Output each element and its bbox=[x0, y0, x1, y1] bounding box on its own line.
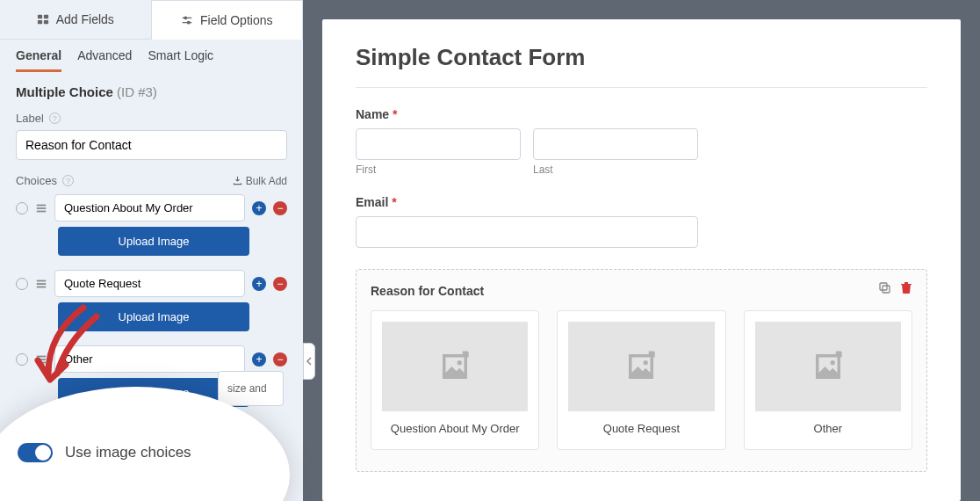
divider bbox=[356, 87, 927, 88]
image-choice-label: Quote Request bbox=[568, 422, 714, 435]
choice-row: + − bbox=[16, 345, 287, 373]
duplicate-icon[interactable] bbox=[877, 280, 891, 294]
trash-icon[interactable] bbox=[900, 280, 912, 294]
svg-rect-18 bbox=[883, 286, 890, 293]
svg-rect-9 bbox=[37, 207, 47, 209]
name-label: Name * bbox=[356, 107, 927, 121]
label-input[interactable] bbox=[16, 130, 287, 160]
label-label: Label bbox=[16, 112, 44, 125]
svg-rect-2 bbox=[38, 20, 42, 24]
sidebar-tabs: Add Fields Field Options bbox=[0, 0, 303, 40]
sub-tab-general[interactable]: General bbox=[16, 48, 61, 72]
svg-rect-10 bbox=[37, 210, 47, 212]
choice-input[interactable] bbox=[54, 270, 245, 297]
image-placeholder-icon bbox=[810, 348, 847, 385]
email-label: Email * bbox=[356, 195, 927, 209]
choice-default-radio[interactable] bbox=[16, 278, 28, 290]
choice-input[interactable] bbox=[54, 345, 245, 373]
choice-add-button[interactable]: + bbox=[252, 352, 266, 367]
image-choice-label: Question About My Order bbox=[382, 422, 528, 435]
image-placeholder-icon bbox=[436, 348, 473, 385]
choice-delete-button[interactable]: − bbox=[273, 277, 287, 291]
drag-handle-icon[interactable] bbox=[35, 278, 47, 290]
email-input[interactable] bbox=[356, 216, 698, 248]
upload-image-button[interactable]: Upload Image bbox=[58, 227, 249, 256]
svg-rect-11 bbox=[37, 280, 47, 281]
choice-add-button[interactable]: + bbox=[252, 201, 266, 215]
image-placeholder bbox=[568, 322, 714, 411]
form-title: Simple Contact Form bbox=[356, 44, 927, 71]
last-sub-label: Last bbox=[533, 163, 698, 176]
choice-delete-button[interactable]: − bbox=[273, 352, 287, 367]
upload-image-button[interactable]: Upload Image bbox=[58, 302, 249, 331]
sub-tabs: General Advanced Smart Logic bbox=[0, 40, 303, 72]
download-icon bbox=[233, 176, 242, 185]
sub-tab-smart-logic[interactable]: Smart Logic bbox=[148, 48, 213, 72]
svg-rect-3 bbox=[44, 20, 48, 24]
image-choice-option[interactable]: Quote Request bbox=[557, 310, 725, 450]
choice-input[interactable] bbox=[54, 194, 245, 221]
help-icon[interactable]: ? bbox=[49, 113, 61, 124]
choice-row: + − bbox=[16, 194, 287, 221]
drag-handle-icon[interactable] bbox=[35, 353, 47, 366]
selected-field-reason[interactable]: Reason for Contact Question About My Ord… bbox=[356, 269, 927, 472]
tab-add-fields[interactable]: Add Fields bbox=[0, 0, 151, 39]
tab-add-fields-label: Add Fields bbox=[56, 12, 114, 26]
svg-rect-13 bbox=[37, 286, 47, 287]
choice-default-radio[interactable] bbox=[16, 202, 28, 214]
use-image-choices-label: Use image choices bbox=[65, 444, 191, 461]
svg-point-6 bbox=[184, 17, 187, 19]
drag-handle-icon[interactable] bbox=[35, 202, 47, 214]
sliders-icon bbox=[181, 14, 193, 26]
use-image-choices-toggle[interactable] bbox=[18, 443, 53, 462]
help-icon[interactable]: ? bbox=[62, 175, 74, 186]
sub-tab-advanced[interactable]: Advanced bbox=[77, 48, 132, 72]
svg-rect-1 bbox=[44, 15, 48, 18]
svg-rect-14 bbox=[37, 355, 47, 357]
bulk-add-button[interactable]: Bulk Add bbox=[233, 175, 287, 187]
field-heading: Multiple Choice (ID #3) bbox=[16, 84, 287, 99]
sidebar-collapse-button[interactable] bbox=[303, 343, 315, 380]
tab-field-options-label: Field Options bbox=[200, 13, 272, 27]
image-placeholder bbox=[382, 322, 528, 411]
image-choice-label: Other bbox=[755, 422, 901, 435]
choice-row: + − bbox=[16, 270, 287, 297]
chevron-left-icon bbox=[306, 357, 313, 366]
choice-default-radio[interactable] bbox=[16, 353, 28, 366]
field-type: Multiple Choice bbox=[16, 84, 113, 99]
image-choice-option[interactable]: Other bbox=[744, 310, 912, 450]
add-fields-icon bbox=[37, 13, 49, 25]
first-name-input[interactable] bbox=[356, 128, 521, 160]
image-placeholder bbox=[755, 322, 901, 411]
svg-point-7 bbox=[187, 21, 190, 24]
svg-rect-0 bbox=[38, 15, 42, 18]
choice-delete-button[interactable]: − bbox=[273, 201, 287, 215]
svg-rect-15 bbox=[37, 359, 47, 360]
hint-text-fragment: size and bbox=[218, 371, 284, 406]
reason-field-label: Reason for Contact bbox=[371, 284, 912, 298]
svg-rect-12 bbox=[37, 283, 47, 285]
form-canvas: Simple Contact Form Name * First Last Em… bbox=[322, 19, 961, 501]
choice-add-button[interactable]: + bbox=[252, 277, 266, 291]
last-name-input[interactable] bbox=[533, 128, 698, 160]
first-sub-label: First bbox=[356, 163, 521, 176]
tab-field-options[interactable]: Field Options bbox=[151, 0, 304, 40]
field-id: (ID #3) bbox=[117, 84, 157, 99]
bulk-add-label: Bulk Add bbox=[246, 175, 287, 187]
image-placeholder-icon bbox=[623, 348, 659, 385]
svg-rect-16 bbox=[37, 361, 47, 363]
image-choice-option[interactable]: Question About My Order bbox=[371, 310, 539, 450]
svg-rect-17 bbox=[880, 283, 887, 290]
choices-label: Choices bbox=[16, 174, 57, 187]
svg-rect-8 bbox=[37, 204, 47, 206]
